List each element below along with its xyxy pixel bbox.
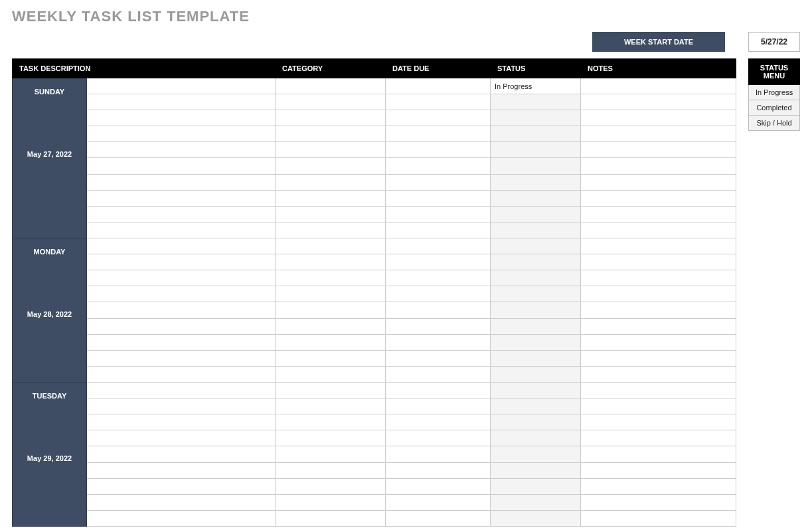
category-cell[interactable] xyxy=(276,270,386,286)
status-cell[interactable] xyxy=(491,286,581,302)
task-description-cell[interactable] xyxy=(87,174,276,190)
category-cell[interactable] xyxy=(276,350,386,366)
notes-cell[interactable] xyxy=(581,318,736,334)
notes-cell[interactable] xyxy=(581,462,736,478)
status-cell[interactable] xyxy=(491,414,581,430)
notes-cell[interactable] xyxy=(581,94,736,110)
notes-cell[interactable] xyxy=(581,78,736,94)
category-cell[interactable] xyxy=(276,510,386,526)
task-description-cell[interactable] xyxy=(87,254,276,270)
task-description-cell[interactable] xyxy=(87,494,276,510)
week-start-date[interactable]: 5/27/22 xyxy=(748,32,800,52)
category-cell[interactable] xyxy=(276,142,386,158)
category-cell[interactable] xyxy=(276,462,386,478)
notes-cell[interactable] xyxy=(581,302,736,318)
date-due-cell[interactable] xyxy=(386,78,491,94)
category-cell[interactable] xyxy=(276,334,386,350)
notes-cell[interactable] xyxy=(581,510,736,526)
notes-cell[interactable] xyxy=(581,350,736,366)
date-due-cell[interactable] xyxy=(386,158,491,174)
status-cell[interactable] xyxy=(491,302,581,318)
date-due-cell[interactable] xyxy=(386,383,491,398)
task-description-cell[interactable] xyxy=(87,334,276,350)
status-cell[interactable] xyxy=(491,190,581,206)
date-due-cell[interactable] xyxy=(386,350,491,366)
date-due-cell[interactable] xyxy=(386,398,491,414)
date-due-cell[interactable] xyxy=(386,254,491,270)
notes-cell[interactable] xyxy=(581,446,736,462)
status-cell[interactable] xyxy=(491,446,581,462)
date-due-cell[interactable] xyxy=(386,238,491,254)
status-cell[interactable] xyxy=(491,270,581,286)
status-cell[interactable] xyxy=(491,494,581,510)
date-due-cell[interactable] xyxy=(386,222,491,238)
task-description-cell[interactable] xyxy=(87,462,276,478)
task-description-cell[interactable] xyxy=(87,478,276,494)
task-description-cell[interactable] xyxy=(87,350,276,366)
category-cell[interactable] xyxy=(276,206,386,222)
category-cell[interactable] xyxy=(276,318,386,334)
category-cell[interactable] xyxy=(276,190,386,206)
notes-cell[interactable] xyxy=(581,478,736,494)
notes-cell[interactable] xyxy=(581,366,736,382)
category-cell[interactable] xyxy=(276,174,386,190)
notes-cell[interactable] xyxy=(581,222,736,238)
task-description-cell[interactable] xyxy=(87,270,276,286)
task-description-cell[interactable] xyxy=(87,142,276,158)
status-cell[interactable] xyxy=(491,222,581,238)
date-due-cell[interactable] xyxy=(386,446,491,462)
status-cell[interactable] xyxy=(491,142,581,158)
category-cell[interactable] xyxy=(276,446,386,462)
notes-cell[interactable] xyxy=(581,414,736,430)
status-cell[interactable] xyxy=(491,158,581,174)
task-description-cell[interactable] xyxy=(87,398,276,414)
task-description-cell[interactable] xyxy=(87,206,276,222)
task-description-cell[interactable] xyxy=(87,94,276,110)
category-cell[interactable] xyxy=(276,430,386,446)
notes-cell[interactable] xyxy=(581,126,736,142)
notes-cell[interactable] xyxy=(581,254,736,270)
status-cell[interactable] xyxy=(491,94,581,110)
task-description-cell[interactable] xyxy=(87,510,276,526)
task-description-cell[interactable] xyxy=(87,110,276,126)
date-due-cell[interactable] xyxy=(386,302,491,318)
task-description-cell[interactable] xyxy=(87,446,276,462)
category-cell[interactable] xyxy=(276,110,386,126)
notes-cell[interactable] xyxy=(581,494,736,510)
date-due-cell[interactable] xyxy=(386,478,491,494)
date-due-cell[interactable] xyxy=(386,334,491,350)
date-due-cell[interactable] xyxy=(386,494,491,510)
task-description-cell[interactable] xyxy=(87,222,276,238)
notes-cell[interactable] xyxy=(581,206,736,222)
status-cell[interactable] xyxy=(491,478,581,494)
status-cell[interactable] xyxy=(491,334,581,350)
status-cell[interactable] xyxy=(491,110,581,126)
task-description-cell[interactable] xyxy=(87,383,276,398)
category-cell[interactable] xyxy=(276,126,386,142)
category-cell[interactable] xyxy=(276,383,386,398)
status-menu-item[interactable]: Skip / Hold xyxy=(748,116,800,131)
notes-cell[interactable] xyxy=(581,238,736,254)
category-cell[interactable] xyxy=(276,158,386,174)
status-cell[interactable] xyxy=(491,430,581,446)
task-description-cell[interactable] xyxy=(87,158,276,174)
notes-cell[interactable] xyxy=(581,383,736,398)
date-due-cell[interactable] xyxy=(386,366,491,382)
category-cell[interactable] xyxy=(276,94,386,110)
status-cell[interactable] xyxy=(491,126,581,142)
status-menu-item[interactable]: In Progress xyxy=(748,85,800,100)
task-description-cell[interactable] xyxy=(87,190,276,206)
notes-cell[interactable] xyxy=(581,334,736,350)
status-cell[interactable] xyxy=(491,398,581,414)
date-due-cell[interactable] xyxy=(386,110,491,126)
category-cell[interactable] xyxy=(276,478,386,494)
notes-cell[interactable] xyxy=(581,174,736,190)
category-cell[interactable] xyxy=(276,222,386,238)
date-due-cell[interactable] xyxy=(386,462,491,478)
notes-cell[interactable] xyxy=(581,430,736,446)
date-due-cell[interactable] xyxy=(386,430,491,446)
status-menu-item[interactable]: Completed xyxy=(748,100,800,116)
date-due-cell[interactable] xyxy=(386,142,491,158)
status-cell[interactable] xyxy=(491,318,581,334)
task-description-cell[interactable] xyxy=(87,302,276,318)
